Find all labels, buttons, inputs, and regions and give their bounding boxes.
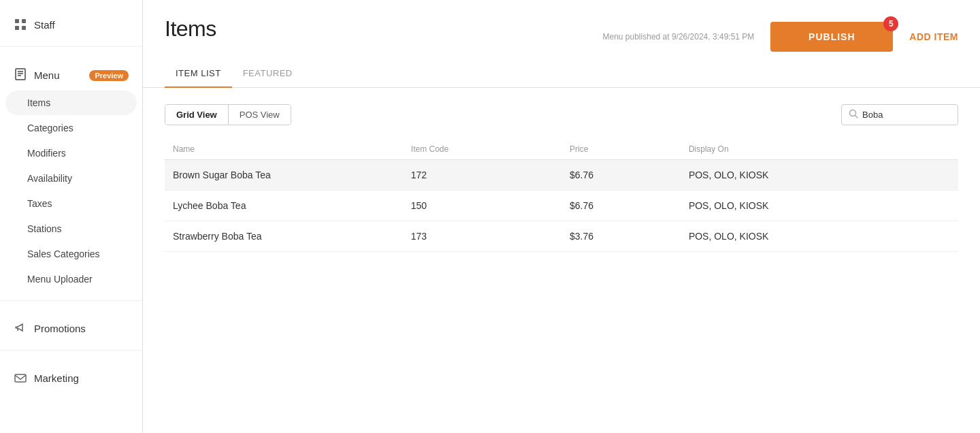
sidebar-item-promotions[interactable]: Promotions — [0, 315, 142, 342]
megaphone-icon — [14, 321, 27, 335]
publish-badge: 5 — [883, 16, 898, 31]
search-icon — [849, 109, 858, 121]
add-item-button[interactable]: ADD ITEM — [909, 31, 958, 42]
svg-rect-1 — [22, 19, 26, 23]
search-box — [841, 104, 958, 125]
book-icon — [14, 67, 27, 83]
svg-rect-3 — [22, 26, 26, 30]
svg-rect-0 — [15, 19, 19, 23]
sidebar-menu-header[interactable]: Menu Preview — [0, 61, 142, 90]
cell-code: 172 — [403, 160, 561, 191]
sidebar-item-marketing[interactable]: Marketing — [0, 364, 142, 391]
mail-icon — [14, 371, 27, 385]
svg-rect-8 — [15, 374, 26, 382]
search-input[interactable] — [862, 110, 951, 120]
grid-icon — [14, 18, 27, 31]
content-area: Grid View POS View Name Item Code — [143, 88, 980, 433]
page-title: Items — [165, 16, 216, 42]
col-header-code: Item Code — [403, 139, 561, 160]
cell-name: Lychee Boba Tea — [165, 191, 403, 221]
sidebar-menu-label: Menu — [34, 69, 60, 81]
tab-item-list[interactable]: ITEM LIST — [165, 63, 232, 88]
svg-rect-2 — [15, 26, 19, 30]
sidebar-promotions-label: Promotions — [34, 323, 86, 334]
col-header-price: Price — [561, 139, 681, 160]
main-header: Items Menu published at 9/26/2024, 3:49:… — [143, 0, 980, 52]
publish-button[interactable]: PUBLISH — [770, 22, 893, 52]
cell-price: $6.76 — [561, 191, 681, 221]
svg-line-10 — [855, 116, 858, 118]
sidebar-item-categories[interactable]: Categories — [5, 116, 137, 140]
cell-name: Brown Sugar Boba Tea — [165, 160, 403, 191]
sidebar-staff-label: Staff — [34, 19, 55, 31]
cell-price: $3.76 — [561, 221, 681, 252]
sidebar-item-stations[interactable]: Stations — [5, 216, 137, 241]
sidebar-item-menu-uploader[interactable]: Menu Uploader — [5, 267, 137, 291]
sidebar-item-availability[interactable]: Availability — [5, 166, 137, 191]
table-header-row: Name Item Code Price Display On — [165, 139, 958, 160]
publish-status: Menu published at 9/26/2024, 3:49:51 PM — [603, 32, 755, 42]
cell-code: 150 — [403, 191, 561, 221]
sidebar-item-staff[interactable]: Staff — [0, 11, 142, 38]
header-actions: Menu published at 9/26/2024, 3:49:51 PM … — [603, 16, 959, 52]
table-row[interactable]: Brown Sugar Boba Tea 172 $6.76 POS, OLO,… — [165, 160, 958, 191]
tabs: ITEM LIST FEATURED — [143, 52, 980, 88]
sidebar-item-taxes[interactable]: Taxes — [5, 191, 137, 216]
cell-code: 173 — [403, 221, 561, 252]
main-content: Items Menu published at 9/26/2024, 3:49:… — [143, 0, 980, 433]
col-header-name: Name — [165, 139, 403, 160]
sidebar-marketing-label: Marketing — [34, 372, 79, 384]
view-toggle-buttons: Grid View POS View — [165, 104, 291, 125]
cell-price: $6.76 — [561, 160, 681, 191]
view-toggle-bar: Grid View POS View — [165, 104, 958, 125]
cell-name: Strawberry Boba Tea — [165, 221, 403, 252]
preview-badge: Preview — [89, 70, 129, 81]
sidebar-item-modifiers[interactable]: Modifiers — [5, 141, 137, 165]
table-row[interactable]: Strawberry Boba Tea 173 $3.76 POS, OLO, … — [165, 221, 958, 252]
cell-display: POS, OLO, KIOSK — [681, 160, 958, 191]
col-header-display: Display On — [681, 139, 958, 160]
publish-btn-wrapper: PUBLISH 5 — [770, 22, 893, 52]
sidebar: Staff Menu Preview Items — [0, 0, 143, 433]
sidebar-item-items[interactable]: Items — [5, 91, 137, 115]
sidebar-item-sales-categories[interactable]: Sales Categories — [5, 242, 137, 266]
grid-view-button[interactable]: Grid View — [165, 105, 229, 125]
svg-rect-4 — [16, 69, 25, 80]
tab-featured[interactable]: FEATURED — [232, 63, 304, 88]
pos-view-button[interactable]: POS View — [229, 105, 291, 125]
items-table: Name Item Code Price Display On Brown Su… — [165, 139, 958, 252]
table-row[interactable]: Lychee Boba Tea 150 $6.76 POS, OLO, KIOS… — [165, 191, 958, 221]
cell-display: POS, OLO, KIOSK — [681, 191, 958, 221]
cell-display: POS, OLO, KIOSK — [681, 221, 958, 252]
